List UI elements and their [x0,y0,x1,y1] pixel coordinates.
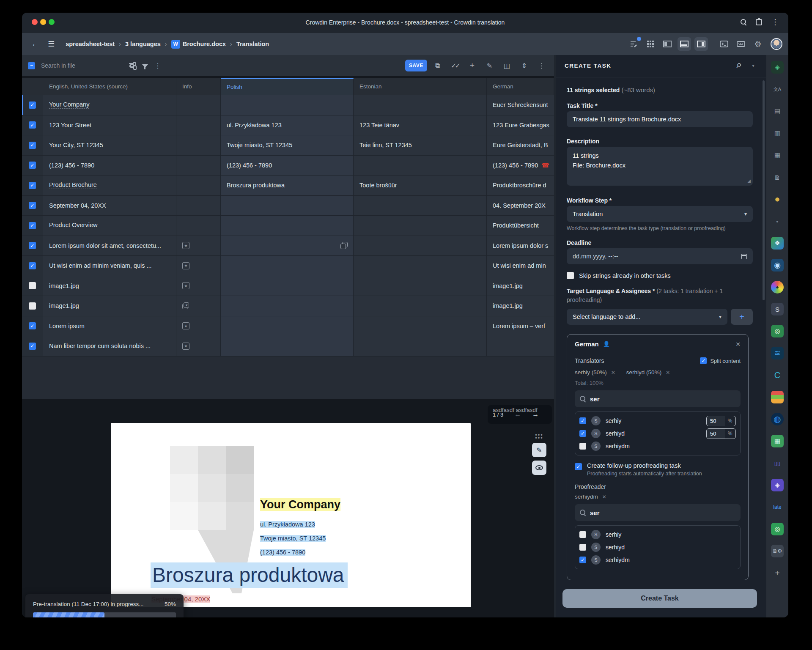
info-cell[interactable]: ★ [176,236,221,256]
polish-cell[interactable] [221,276,354,296]
info-cell[interactable]: ★ [176,316,221,336]
create-task-button[interactable]: Create Task [562,589,757,608]
drag-handle-dots-icon[interactable]: •••••• [535,433,543,439]
assignee-option-row[interactable]: Sserhiydm [579,440,736,453]
estonian-translation-text[interactable]: Teie linn, ST 12345 [359,142,412,148]
german-cell[interactable] [487,336,554,356]
estonian-cell[interactable] [354,95,487,115]
pin-icon[interactable]: ⚲ [735,61,743,70]
polish-cell[interactable] [221,336,354,356]
select-language-dropdown[interactable]: Select language to add...▾ [567,309,727,325]
polish-translation-text[interactable]: (123) 456 - 7890 [227,162,272,169]
german-translation-text[interactable]: Lorem ipsum – verf [493,323,545,329]
german-cell[interactable]: 04. September 20X [487,196,554,216]
info-cell[interactable]: ★ [176,276,221,296]
next-page-arrow-icon[interactable]: → [532,411,539,418]
preview-eye-button[interactable] [532,461,546,475]
task-title-input[interactable]: Translate 11 strings from Brochure.docx [567,111,753,127]
polish-cell[interactable]: ul. Przykładowa 123 [221,115,354,135]
row-checkbox[interactable]: ✓ [29,101,36,109]
estonian-cell[interactable]: Toote brošüür [354,176,487,195]
estonian-cell[interactable] [354,276,487,296]
shield-app-icon[interactable]: ◈ [771,479,784,491]
source-text[interactable]: image1.jpg [49,302,79,309]
german-translation-text[interactable]: Ut wisi enim ad min [493,262,546,269]
panel-left-layout-icon[interactable] [661,37,674,51]
source-text[interactable]: September 04, 20XX [49,202,106,209]
context-star-icon[interactable]: ★ [182,242,189,249]
dictionary-panel-icon[interactable]: ▦ [771,149,784,162]
assignee-option-row[interactable]: ✓Sserhiy50% [579,414,736,427]
assignee-option-row[interactable]: ✓Sserhiydm [579,554,736,566]
extensions-puzzle-icon[interactable] [756,19,762,25]
browser-menu-kebab-icon[interactable]: ⋮ [771,18,779,26]
info-cell[interactable] [176,176,221,195]
calendar-icon[interactable] [741,254,747,259]
assignee-option-row[interactable]: Sserhiyd [579,541,736,554]
row-checkbox[interactable] [29,302,36,310]
hamburger-menu-icon[interactable]: ☰ [48,39,55,49]
toolbar-more-kebab-icon[interactable]: ⋮ [535,62,549,70]
wave-app-icon[interactable]: ≋ [771,347,784,359]
german-translation-text[interactable]: Produktübersicht – [493,222,544,229]
row-checkbox[interactable]: ✓ [29,121,36,129]
source-text[interactable]: Lorem ipsum dolor sit amet, consectetu..… [49,242,161,249]
info-cell[interactable] [176,196,221,216]
german-cell[interactable]: Lorem ipsum dolor s [487,236,554,256]
column-header-polish[interactable]: Polish [221,78,354,95]
source-text[interactable]: Your City, ST 12345 [49,142,103,148]
smiley-app-icon[interactable]: ● [771,193,784,206]
sheet-app-icon[interactable]: ▦ [771,435,784,447]
source-text[interactable]: (123) 456 - 7890 [49,162,94,169]
german-translation-text[interactable]: 123 Eure Grabesgas [493,122,549,129]
cube-app-icon[interactable] [771,391,784,403]
row-checkbox[interactable]: ✓ [29,322,36,329]
polish-cell[interactable] [221,216,354,236]
info-cell[interactable]: ★ [176,296,221,316]
context-star-icon[interactable]: ★ [182,282,189,289]
comments-panel-icon[interactable]: ▤ [771,105,784,118]
panel-scrollbar-thumb[interactable] [763,80,765,300]
column-header-estonian[interactable]: Estonian [354,78,487,95]
breadcrumb-file[interactable]: W Brochure.docx [171,40,226,49]
info-cell[interactable] [176,216,221,236]
source-text[interactable]: Ut wisi enim ad minim veniam, quis ... [49,262,152,269]
skip-strings-checkbox[interactable] [567,272,574,279]
dot-indicator-icon[interactable]: • [771,215,784,228]
info-cell[interactable] [176,156,221,176]
settings-gear-icon[interactable]: ⚙ [751,37,765,51]
docs-settings-app-icon[interactable]: 🗎⚙ [771,545,784,557]
remove-translator-icon[interactable]: ✕ [611,370,615,376]
select-all-checkbox[interactable]: − [28,62,35,69]
estonian-cell[interactable] [354,156,487,176]
source-text[interactable]: Lorem ipsum [49,323,85,329]
add-app-icon[interactable]: + [771,567,784,579]
column-header-info[interactable]: Info [176,78,221,95]
info-cell[interactable]: ★ [176,256,221,276]
estonian-cell[interactable] [354,296,487,316]
german-cell[interactable]: Ut wisi enim ad min [487,256,554,276]
assignee-checkbox[interactable]: ✓ [579,557,586,563]
estonian-cell[interactable]: 123 Teie tänav [354,115,487,135]
remove-proofreader-icon[interactable]: ✕ [602,494,606,500]
row-checkbox[interactable]: ✓ [29,242,36,249]
column-header-checkbox[interactable] [22,78,43,95]
info-cell[interactable] [176,135,221,155]
polish-cell[interactable] [221,236,354,256]
context-star-icon[interactable]: ★ [182,262,189,269]
polish-cell[interactable]: Twoje miasto, ST 12345 [221,135,354,155]
copy-translation-icon[interactable] [340,242,348,250]
proofreader-search-input[interactable]: ser [575,504,741,521]
grid-view-icon[interactable] [644,37,657,51]
percent-input[interactable]: 50% [706,428,736,439]
fit-vertical-icon[interactable]: ⇕ [517,62,531,70]
german-translation-text[interactable]: Produktbroschüre d [493,182,546,189]
collapse-chevron-icon[interactable]: ▾ [752,63,754,69]
late-logo-icon[interactable]: late [771,501,784,513]
source-text[interactable]: image1.jpg [49,282,79,289]
source-text[interactable]: Product Brochure [49,181,97,189]
info-cell[interactable] [176,95,221,115]
hook-app-icon[interactable]: C [771,369,784,381]
ring-app-icon[interactable]: ◍ [771,413,784,425]
edit-pencil-icon[interactable]: ✎ [483,62,497,70]
